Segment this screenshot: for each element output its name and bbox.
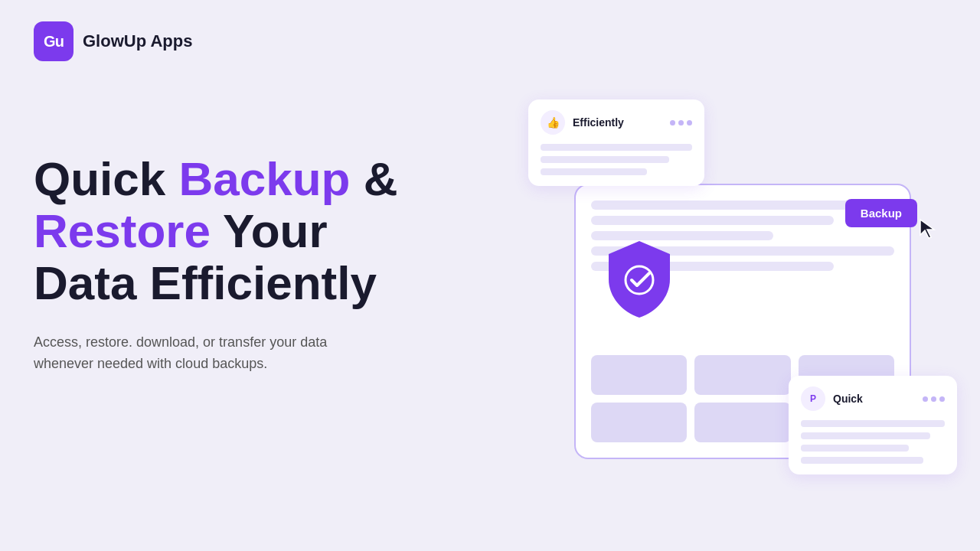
qline-4 bbox=[801, 457, 923, 464]
cursor bbox=[919, 218, 936, 243]
headline: Quick Backup & Restore Your Data Efficie… bbox=[34, 153, 432, 310]
efficiently-title: Efficiently bbox=[573, 116, 662, 129]
dot-2 bbox=[678, 120, 684, 126]
efficiently-dots bbox=[670, 120, 692, 126]
qdot-1 bbox=[923, 396, 928, 402]
quick-icon: P bbox=[801, 386, 825, 411]
grid-block-5 bbox=[694, 403, 790, 442]
quick-dots bbox=[923, 396, 945, 402]
quick-title: Quick bbox=[833, 393, 915, 405]
backup-button[interactable]: Backup bbox=[845, 199, 917, 227]
qdot-2 bbox=[931, 396, 936, 402]
backup-button-label: Backup bbox=[861, 207, 902, 220]
efficiently-lines bbox=[541, 144, 692, 175]
qline-1 bbox=[801, 420, 945, 427]
hero-content: Quick Backup & Restore Your Data Efficie… bbox=[34, 153, 432, 375]
quick-card: P Quick bbox=[789, 376, 957, 474]
line-3 bbox=[541, 168, 647, 175]
quick-lines bbox=[801, 420, 945, 464]
dot-1 bbox=[670, 120, 675, 126]
hero-subtext: Access, restore. download, or transfer y… bbox=[34, 331, 371, 376]
logo-initials: Gu bbox=[44, 33, 64, 51]
shield-container bbox=[601, 237, 678, 324]
qline-3 bbox=[801, 445, 909, 452]
grid-block-2 bbox=[694, 355, 790, 395]
headline-restore: Restore bbox=[34, 204, 211, 257]
qline-2 bbox=[801, 432, 930, 439]
line-2 bbox=[541, 156, 669, 163]
illustration: 👍 Efficiently bbox=[528, 99, 957, 497]
card-line-2 bbox=[591, 216, 834, 225]
brand-name: GlowUp Apps bbox=[83, 31, 192, 51]
headline-and: & bbox=[350, 152, 397, 205]
grid-block-1 bbox=[591, 355, 687, 395]
grid-block-4 bbox=[591, 403, 687, 442]
line-1 bbox=[541, 144, 692, 151]
headline-quick: Quick bbox=[34, 152, 179, 205]
efficiently-icon: 👍 bbox=[541, 110, 565, 135]
efficiently-card-header: 👍 Efficiently bbox=[541, 110, 692, 135]
header: Gu GlowUp Apps bbox=[34, 21, 192, 61]
dot-3 bbox=[687, 120, 692, 126]
logo-icon: Gu bbox=[34, 21, 74, 61]
efficiently-card: 👍 Efficiently bbox=[528, 99, 704, 186]
headline-backup: Backup bbox=[179, 152, 351, 205]
qdot-3 bbox=[939, 396, 945, 402]
shield-icon bbox=[601, 237, 678, 321]
quick-card-header: P Quick bbox=[801, 386, 945, 411]
